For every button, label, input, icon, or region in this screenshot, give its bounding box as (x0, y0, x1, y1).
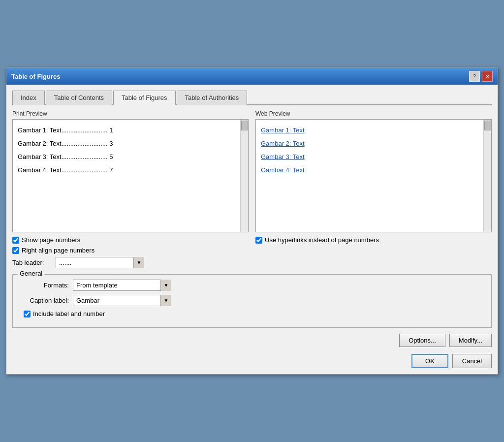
tab-leader-label: Tab leader: (12, 259, 52, 266)
show-page-numbers-label: Show page numbers (22, 236, 80, 244)
web-item-1[interactable]: Gambar 1: Text (261, 124, 478, 137)
include-label-checkbox[interactable] (24, 311, 31, 317)
tab-table-of-contents[interactable]: Table of Contents (46, 91, 112, 105)
tab-index[interactable]: Index (12, 91, 45, 105)
include-label-row: Include label and number (24, 310, 484, 317)
cancel-button[interactable]: Cancel (452, 354, 492, 368)
web-preview-scrollbar[interactable] (483, 120, 491, 232)
web-item-3[interactable]: Gambar 3: Text (261, 150, 478, 163)
web-item-4[interactable]: Gambar 4: Text (261, 163, 478, 177)
caption-label-label: Caption label: (20, 297, 69, 304)
caption-label-row: Caption label: Gambar Figure Table Equat… (20, 295, 484, 306)
print-item-4: Gambar 4: Text..........................… (18, 163, 235, 177)
title-bar-controls: ? ✕ (469, 71, 493, 82)
show-page-numbers-row: Show page numbers (12, 236, 249, 244)
ok-button[interactable]: OK (411, 354, 448, 368)
print-checkboxes: Show page numbers Right align page numbe… (12, 236, 249, 268)
tab-leader-select-wrapper: ....... (none) ------- ___ ▼ (56, 257, 144, 268)
show-page-numbers-checkbox[interactable] (12, 237, 19, 244)
modify-button[interactable]: Modify... (449, 334, 492, 347)
title-bar: Table of Figures ? ✕ (6, 68, 498, 85)
web-preview-box: Gambar 1: Text Gambar 2: Text Gambar 3: … (255, 119, 492, 232)
options-buttons-row: Options... Modify... (12, 334, 492, 347)
formats-row: Formats: From template Classic Distincti… (20, 280, 484, 291)
web-checkboxes: Use hyperlinks instead of page numbers (255, 236, 492, 244)
tab-leader-select[interactable]: ....... (none) ------- ___ (56, 257, 144, 268)
web-preview-label: Web Preview (255, 110, 492, 117)
web-scroll-thumb[interactable] (484, 121, 491, 130)
web-preview-content: Gambar 1: Text Gambar 2: Text Gambar 3: … (256, 120, 483, 232)
dialog: Table of Figures ? ✕ Index Table of Cont… (6, 67, 498, 375)
dialog-title: Table of Figures (11, 73, 60, 80)
formats-select-wrapper: From template Classic Distinctive Center… (73, 280, 171, 291)
print-scroll-thumb[interactable] (241, 121, 248, 130)
close-button[interactable]: ✕ (482, 71, 493, 82)
formats-select[interactable]: From template Classic Distinctive Center… (73, 280, 171, 291)
help-button[interactable]: ? (469, 71, 480, 82)
print-preview-box: Gambar 1: Text..........................… (12, 119, 249, 232)
tab-bar: Index Table of Contents Table of Figures… (12, 90, 492, 105)
tab-table-of-figures[interactable]: Table of Figures (113, 91, 176, 105)
hyperlinks-label: Use hyperlinks instead of page numbers (265, 236, 379, 244)
print-preview-content: Gambar 1: Text..........................… (13, 120, 240, 232)
web-item-2[interactable]: Gambar 2: Text (261, 137, 478, 150)
general-legend: General (18, 270, 44, 277)
formats-label: Formats: (20, 282, 69, 289)
ok-cancel-row: OK Cancel (12, 352, 492, 368)
include-label-label: Include label and number (33, 310, 105, 317)
print-preview-label: Print Preview (12, 110, 249, 117)
web-preview-panel: Web Preview Gambar 1: Text Gambar 2: Tex… (255, 110, 492, 268)
tab-table-of-authorities[interactable]: Table of Authorities (177, 91, 248, 105)
options-button[interactable]: Options... (399, 334, 445, 347)
preview-panels: Print Preview Gambar 1: Text............… (12, 110, 492, 268)
general-section: General Formats: From template Classic D… (12, 274, 492, 328)
caption-label-select[interactable]: Gambar Figure Table Equation (73, 295, 171, 306)
hyperlinks-checkbox[interactable] (255, 237, 262, 244)
tab-leader-row: Tab leader: ....... (none) ------- ___ ▼ (12, 257, 249, 268)
print-preview-scrollbar[interactable] (240, 120, 248, 232)
dialog-body: Index Table of Contents Table of Figures… (6, 85, 498, 374)
print-item-2: Gambar 2: Text..........................… (18, 137, 235, 150)
right-align-label: Right align page numbers (22, 247, 94, 254)
print-preview-panel: Print Preview Gambar 1: Text............… (12, 110, 249, 268)
right-align-row: Right align page numbers (12, 247, 249, 254)
print-item-1: Gambar 1: Text..........................… (18, 124, 235, 137)
caption-select-wrapper: Gambar Figure Table Equation ▼ (73, 295, 171, 306)
hyperlinks-row: Use hyperlinks instead of page numbers (255, 236, 492, 244)
right-align-checkbox[interactable] (12, 247, 19, 254)
print-item-3: Gambar 3: Text..........................… (18, 150, 235, 163)
